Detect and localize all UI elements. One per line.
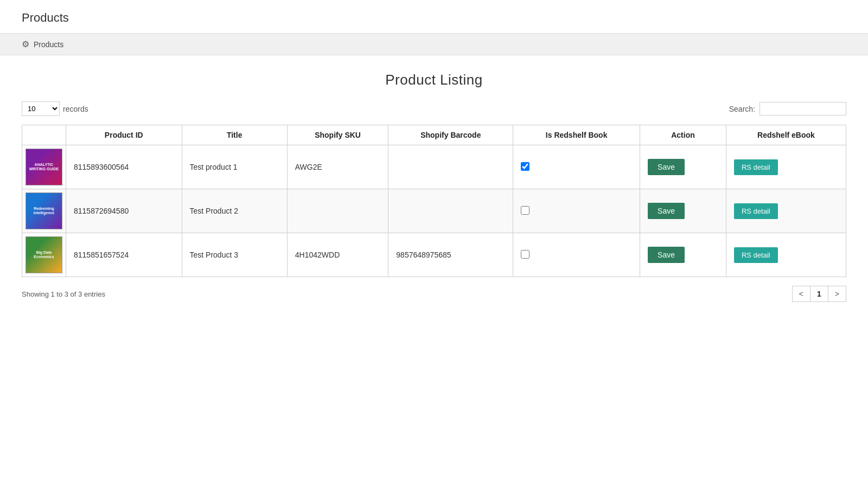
col-product-id: Product ID [66,125,182,145]
rs-detail-button-2[interactable]: RS detail [734,203,778,219]
is-redshelf-checkbox-1[interactable] [521,162,529,171]
product-image-cell-3: Big DataEconomics [22,233,66,277]
product-id-1: 8115893600564 [66,145,182,189]
main-content: Product Listing 10 25 50 100 records Sea… [0,55,868,318]
rs-detail-cell-1: RS detail [726,145,846,189]
rs-detail-button-3[interactable]: RS detail [734,247,778,263]
table-row: RedeemingIntelligence 8115872694580 Test… [22,189,846,233]
rs-detail-cell-3: RS detail [726,233,846,277]
book-cover-1: ANALYTICWRITING GUIDE [25,149,62,185]
records-control: 10 25 50 100 records [22,101,88,116]
page-title-bar: Products [0,0,868,34]
product-sku-2 [287,189,388,233]
product-sku-1: AWG2E [287,145,388,189]
pagination-page-1[interactable]: 1 [810,286,828,301]
save-button-3[interactable]: Save [648,247,685,263]
product-id-2: 8115872694580 [66,189,182,233]
col-action: Action [640,125,726,145]
pagination: < 1 > [792,286,846,302]
save-button-2[interactable]: Save [648,203,685,219]
rs-detail-button-1[interactable]: RS detail [734,159,778,175]
table-footer: Showing 1 to 3 of 3 entries < 1 > [22,286,846,302]
col-shopify-barcode: Shopify Barcode [388,125,513,145]
action-cell-3: Save [640,233,726,277]
search-control: Search: [729,102,846,115]
table-controls: 10 25 50 100 records Search: [22,101,846,116]
product-sku-3: 4H1042WDD [287,233,388,277]
page-title: Products [22,11,846,25]
is-redshelf-cell-1 [513,145,640,189]
product-image-cell-2: RedeemingIntelligence [22,189,66,233]
action-cell-1: Save [640,145,726,189]
records-select[interactable]: 10 25 50 100 [22,101,60,116]
is-redshelf-checkbox-2[interactable] [521,206,529,215]
showing-text: Showing 1 to 3 of 3 entries [22,290,105,298]
col-is-redshelf: Is Redshelf Book [513,125,640,145]
product-title-3: Test Product 3 [182,233,287,277]
is-redshelf-cell-3 [513,233,640,277]
pagination-next[interactable]: > [828,286,846,301]
section-title: Product Listing [22,72,846,88]
product-barcode-1 [388,145,513,189]
product-title-1: Test product 1 [182,145,287,189]
product-title-2: Test Product 2 [182,189,287,233]
product-barcode-2 [388,189,513,233]
action-cell-2: Save [640,189,726,233]
rs-detail-cell-2: RS detail [726,189,846,233]
table-body: ANALYTICWRITING GUIDE 8115893600564 Test… [22,145,846,277]
is-redshelf-cell-2 [513,189,640,233]
col-image [22,125,66,145]
col-redshelf-ebook: Redshelf eBook [726,125,846,145]
book-cover-3: Big DataEconomics [25,236,62,273]
gear-icon: ⚙ [22,39,29,49]
save-button-1[interactable]: Save [648,159,685,175]
product-table: Product ID Title Shopify SKU Shopify Bar… [22,125,846,277]
pagination-prev[interactable]: < [793,286,810,301]
search-input[interactable] [760,102,846,115]
breadcrumb-label: Products [34,40,63,49]
product-barcode-3: 9857648975685 [388,233,513,277]
search-label: Search: [729,105,755,113]
col-title: Title [182,125,287,145]
table-header: Product ID Title Shopify SKU Shopify Bar… [22,125,846,145]
breadcrumb-bar: ⚙ Products [0,34,868,55]
col-shopify-sku: Shopify SKU [287,125,388,145]
records-label: records [63,105,88,113]
table-row: ANALYTICWRITING GUIDE 8115893600564 Test… [22,145,846,189]
table-row: Big DataEconomics 8115851657524 Test Pro… [22,233,846,277]
is-redshelf-checkbox-3[interactable] [521,250,529,259]
product-id-3: 8115851657524 [66,233,182,277]
book-cover-2: RedeemingIntelligence [25,192,62,229]
product-image-cell-1: ANALYTICWRITING GUIDE [22,145,66,189]
